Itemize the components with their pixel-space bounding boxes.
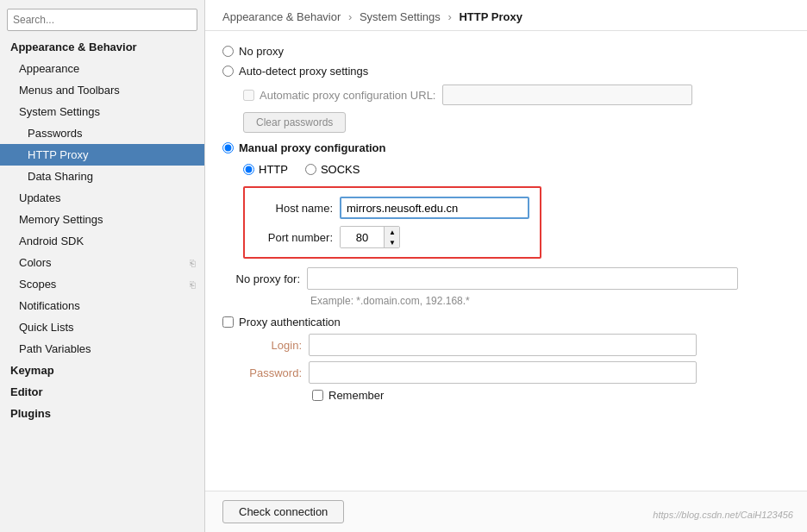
http-radio[interactable] (243, 164, 254, 175)
sidebar-item-passwords[interactable]: Passwords (0, 122, 204, 144)
sidebar-item-updates[interactable]: Updates (0, 187, 204, 209)
proxy-auth-section: Proxy authentication Login: Password: Re… (222, 316, 790, 402)
sidebar-search-container (7, 9, 197, 31)
sidebar-item-label: Scopes (19, 278, 56, 291)
sidebar-item-label: Colors (19, 256, 52, 269)
sidebar-item-label: Appearance (19, 62, 79, 75)
sidebar-item-label: Editor (10, 385, 43, 398)
sidebar-item-appearance-behavior[interactable]: Appearance & Behavior (0, 36, 204, 58)
sidebar-item-editor[interactable]: Editor (0, 381, 204, 403)
proxy-auth-label: Proxy authentication (239, 316, 341, 329)
sidebar-item-label: Plugins (10, 407, 51, 420)
sidebar-search-input[interactable] (7, 9, 197, 31)
sidebar: Appearance & Behavior Appearance Menus a… (0, 0, 205, 532)
clear-passwords-button[interactable]: Clear passwords (243, 112, 346, 133)
breadcrumb-sep1: › (348, 10, 355, 23)
sidebar-item-label: Data Sharing (28, 170, 93, 183)
sidebar-item-label: Android SDK (19, 235, 84, 247)
sidebar-item-android-sdk[interactable]: Android SDK (0, 230, 204, 252)
breadcrumb-part1: Appearance & Behavior (222, 10, 341, 23)
protocol-row: HTTP SOCKS (243, 163, 790, 176)
auto-detect-radio[interactable] (222, 66, 234, 77)
port-input-wrapper: ▲ ▼ (340, 226, 400, 248)
breadcrumb: Appearance & Behavior › System Settings … (205, 0, 807, 31)
sidebar-item-scopes[interactable]: Scopes ⎗ (0, 273, 204, 295)
sidebar-item-label: Keymap (10, 364, 54, 377)
check-connection-button[interactable]: Check connection (222, 500, 344, 523)
port-spinners: ▲ ▼ (384, 227, 400, 247)
socks-radio[interactable] (305, 164, 316, 175)
port-number-input[interactable] (341, 227, 384, 247)
manual-proxy-section: Manual proxy configuration HTTP SOCKS Ho… (222, 141, 790, 402)
login-input[interactable] (309, 334, 697, 356)
sidebar-item-label: Updates (19, 191, 60, 204)
auto-proxy-url-checkbox[interactable] (243, 90, 254, 101)
auto-proxy-url-label: Automatic proxy configuration URL: (260, 89, 435, 102)
copy-icon: ⎗ (190, 258, 196, 268)
sidebar-item-label: Passwords (28, 127, 83, 140)
sidebar-item-label: Memory Settings (19, 213, 103, 226)
port-number-label: Port number: (255, 231, 333, 244)
example-text: Example: *.domain.com, 192.168.* (310, 295, 790, 307)
sidebar-item-keymap[interactable]: Keymap (0, 360, 204, 381)
host-name-label: Host name: (255, 202, 333, 215)
sidebar-item-path-variables[interactable]: Path Variables (0, 338, 204, 360)
http-option: HTTP (243, 163, 288, 176)
sidebar-item-label: Appearance & Behavior (10, 41, 137, 53)
auto-proxy-url-row: Automatic proxy configuration URL: (243, 84, 790, 105)
copy-icon: ⎗ (190, 279, 196, 290)
no-proxy-radio[interactable] (222, 46, 234, 57)
sidebar-item-memory-settings[interactable]: Memory Settings (0, 209, 204, 230)
proxy-auth-checkbox[interactable] (222, 316, 234, 328)
sidebar-item-plugins[interactable]: Plugins (0, 403, 204, 424)
sidebar-item-label: Menus and Toolbars (19, 84, 120, 97)
port-number-row: Port number: ▲ ▼ (255, 226, 529, 248)
bottom-bar: Check connection https://blog.csdn.net/C… (205, 491, 807, 532)
sidebar-item-data-sharing[interactable]: Data Sharing (0, 166, 204, 187)
main-content: Appearance & Behavior › System Settings … (205, 0, 807, 532)
password-label: Password: (243, 366, 302, 379)
no-proxy-row: No proxy (222, 45, 790, 58)
socks-label: SOCKS (321, 163, 360, 176)
sidebar-item-colors[interactable]: Colors ⎗ (0, 252, 204, 273)
login-label: Login: (243, 339, 302, 352)
sidebar-item-label: Notifications (19, 299, 80, 312)
breadcrumb-part2: System Settings (360, 10, 441, 23)
content-area: No proxy Auto-detect proxy settings Auto… (205, 31, 807, 491)
auto-detect-row: Auto-detect proxy settings (222, 65, 790, 78)
sidebar-item-label: System Settings (19, 105, 100, 118)
sidebar-item-http-proxy[interactable]: HTTP Proxy (0, 144, 204, 166)
password-input[interactable] (309, 361, 697, 384)
auto-proxy-url-input[interactable] (442, 84, 692, 105)
port-increment-button[interactable]: ▲ (385, 227, 400, 237)
no-proxy-for-row: No proxy for: (222, 267, 790, 290)
http-label: HTTP (259, 163, 288, 176)
port-decrement-button[interactable]: ▼ (385, 237, 400, 247)
manual-proxy-row: Manual proxy configuration (222, 141, 790, 154)
host-name-input[interactable] (340, 197, 529, 219)
manual-proxy-radio[interactable] (222, 142, 234, 153)
remember-label: Remember (328, 389, 384, 402)
remember-checkbox[interactable] (312, 390, 323, 401)
no-proxy-for-input[interactable] (307, 267, 738, 290)
host-name-row: Host name: (255, 197, 529, 219)
remember-row: Remember (312, 389, 790, 402)
sidebar-item-label: Path Variables (19, 342, 91, 355)
manual-proxy-label: Manual proxy configuration (239, 141, 385, 154)
password-row: Password: (243, 361, 790, 384)
sidebar-item-menus-toolbars[interactable]: Menus and Toolbars (0, 79, 204, 101)
no-proxy-for-label: No proxy for: (222, 272, 300, 285)
proxy-auth-row: Proxy authentication (222, 316, 790, 329)
socks-option: SOCKS (305, 163, 360, 176)
no-proxy-label: No proxy (239, 45, 284, 58)
sidebar-item-system-settings[interactable]: System Settings (0, 101, 204, 122)
sidebar-item-quick-lists[interactable]: Quick Lists (0, 316, 204, 338)
breadcrumb-part3: HTTP Proxy (459, 10, 522, 23)
breadcrumb-sep2: › (447, 10, 454, 23)
sidebar-item-appearance[interactable]: Appearance (0, 58, 204, 79)
auto-detect-label: Auto-detect proxy settings (239, 65, 368, 78)
login-row: Login: (243, 334, 790, 356)
sidebar-item-notifications[interactable]: Notifications (0, 295, 204, 316)
sidebar-item-label: Quick Lists (19, 321, 74, 334)
sidebar-item-label: HTTP Proxy (28, 148, 89, 161)
